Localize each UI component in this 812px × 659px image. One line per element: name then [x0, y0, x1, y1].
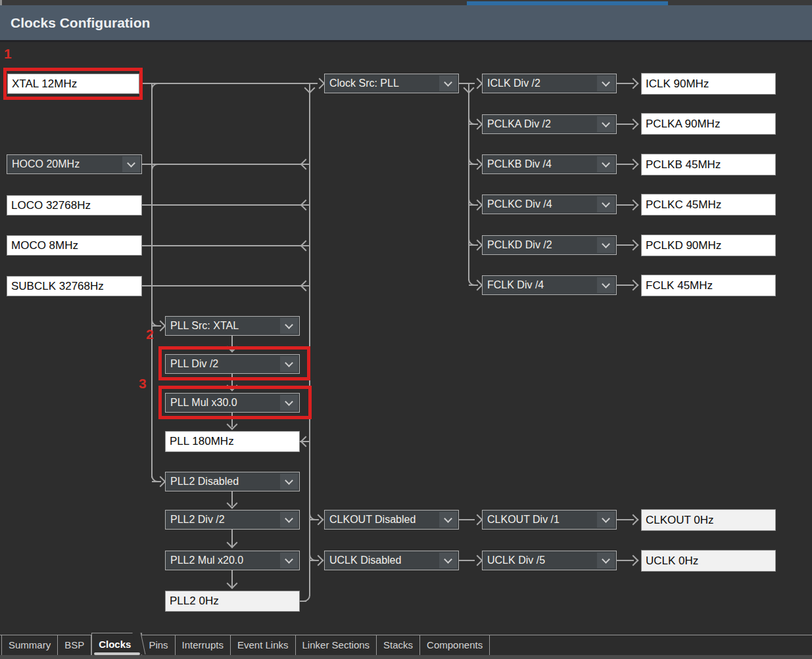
pclkd-output-field: PCLKD 90MHz	[641, 235, 776, 256]
pll2-enable-select[interactable]: PLL2 Disabled	[165, 472, 300, 491]
tab-clocks[interactable]: Clocks	[91, 633, 142, 655]
pclkb-div-select[interactable]: PCLKB Div /4	[482, 154, 617, 174]
pll-src-select[interactable]: PLL Src: XTAL	[165, 316, 300, 336]
chevron-down-icon	[597, 76, 615, 91]
pclkc-div-select[interactable]: PCLKC Div /4	[482, 194, 617, 214]
uclk-enable-label: UCLK Disabled	[325, 555, 401, 566]
clkout-output-field: CLKOUT 0Hz	[641, 509, 776, 531]
connector-elbow	[151, 83, 160, 92]
tab-stacks[interactable]: Stacks	[377, 635, 420, 655]
tab-components-label: Components	[427, 639, 483, 650]
merge-arrowhead-icon	[304, 83, 316, 94]
fclk-output-field: FCLK 45MHz	[641, 275, 776, 296]
tab-summary[interactable]: Summary	[1, 635, 58, 655]
pll2-div-select[interactable]: PLL2 Div /2	[165, 510, 300, 530]
chevron-down-icon	[597, 277, 615, 293]
pclkb-div-label: PCLKB Div /4	[483, 158, 552, 170]
pclka-div-label: PCLKA Div /2	[483, 118, 551, 130]
chevron-down-icon	[597, 553, 615, 568]
chevron-down-icon	[280, 474, 298, 489]
fclk-div-select[interactable]: FCLK Div /4	[482, 275, 617, 295]
clocks-configuration-editor: Clocks Configuration	[0, 0, 812, 659]
clkout-enable-label: CLKOUT Disabled	[325, 514, 416, 526]
subclk-frequency-field: SUBCLK 32768Hz	[7, 276, 142, 296]
pll2-output-field: PLL2 0Hz	[165, 591, 300, 612]
iclk-output-field: ICLK 90MHz	[641, 73, 776, 95]
arrowhead-icon	[227, 578, 238, 589]
connector-line	[141, 245, 310, 246]
clock-src-label: Clock Src: PLL	[325, 78, 399, 89]
chevron-down-icon	[439, 553, 457, 568]
pclkd-div-label: PCLKD Div /2	[483, 239, 552, 251]
tab-pins-label: Pins	[149, 639, 168, 650]
highlight-box-3	[158, 386, 312, 419]
pclkb-output-field: PCLKB 45MHz	[641, 154, 776, 175]
tab-pins[interactable]: Pins	[142, 635, 175, 655]
pll-src-label: PLL Src: XTAL	[166, 320, 239, 332]
pll2-enable-label: PLL2 Disabled	[166, 476, 239, 488]
editor-header: Clocks Configuration	[0, 5, 812, 40]
uclk-div-select[interactable]: UCLK Div /5	[482, 551, 617, 570]
tab-summary-label: Summary	[9, 639, 51, 650]
header-separator	[0, 40, 812, 42]
uclk-output-value: UCLK 0Hz	[642, 555, 698, 568]
hoco-clock-select[interactable]: HOCO 20MHz	[7, 154, 142, 174]
chevron-down-icon	[439, 512, 457, 528]
arrowhead-icon	[628, 555, 639, 566]
moco-frequency-value: MOCO 8MHz	[7, 239, 78, 252]
chevron-down-icon	[439, 76, 457, 91]
page-title: Clocks Configuration	[11, 5, 150, 40]
connector-line	[141, 164, 310, 165]
tab-event-links-label: Event Links	[237, 639, 289, 650]
fclk-div-label: FCLK Div /4	[483, 279, 544, 291]
pll-source-trunk-line	[151, 83, 153, 478]
arrowhead-icon	[227, 537, 238, 549]
arrowhead-icon	[227, 419, 238, 430]
clkout-div-label: CLKOUT Div /1	[483, 514, 560, 526]
pclkc-div-label: PCLKC Div /4	[483, 198, 552, 210]
tab-clocks-label: Clocks	[99, 639, 131, 650]
pll2-mul-label: PLL2 Mul x20.0	[166, 555, 243, 566]
annotation-step-2: 2	[146, 327, 154, 342]
clkout-div-select[interactable]: CLKOUT Div /1	[482, 510, 617, 530]
tab-components[interactable]: Components	[420, 635, 490, 655]
window-top-strip	[0, 0, 812, 5]
tab-stacks-label: Stacks	[383, 639, 413, 650]
annotation-step-3: 3	[139, 376, 147, 392]
tab-interrupts[interactable]: Interrupts	[176, 635, 231, 655]
subclk-frequency-value: SUBCLK 32768Hz	[7, 280, 104, 293]
chevron-down-icon	[597, 156, 615, 172]
arrowhead-icon	[472, 555, 483, 566]
chevron-down-icon	[280, 553, 298, 568]
uclk-enable-select[interactable]: UCLK Disabled	[324, 551, 459, 570]
clock-src-select[interactable]: Clock Src: PLL	[324, 74, 459, 93]
iclk-div-select[interactable]: ICLK Div /2	[482, 74, 617, 93]
tab-bsp[interactable]: BSP	[58, 635, 91, 655]
uclk-div-label: UCLK Div /5	[483, 555, 545, 566]
fclk-output-value: FCLK 45MHz	[642, 279, 713, 292]
iclk-div-label: ICLK Div /2	[483, 78, 540, 89]
annotation-step-1: 1	[4, 46, 12, 62]
chevron-down-icon	[597, 196, 615, 212]
arrowhead-icon	[628, 240, 639, 251]
pll2-mul-select[interactable]: PLL2 Mul x20.0	[165, 551, 300, 570]
pclkd-output-value: PCLKD 90MHz	[642, 239, 721, 252]
pclka-div-select[interactable]: PCLKA Div /2	[482, 114, 617, 134]
connector-line	[141, 83, 318, 84]
tab-event-links[interactable]: Event Links	[231, 635, 296, 655]
chevron-down-icon	[597, 512, 615, 528]
connector-line	[141, 285, 310, 286]
clkout-enable-select[interactable]: CLKOUT Disabled	[324, 510, 459, 530]
pclkc-output-field: PCLKC 45MHz	[641, 194, 776, 216]
arrowhead-icon	[472, 514, 483, 526]
connector-line	[141, 204, 310, 206]
chevron-down-icon	[597, 116, 615, 132]
pclka-output-field: PCLKA 90MHz	[641, 113, 776, 135]
pclkd-div-select[interactable]: PCLKD Div /2	[482, 235, 617, 255]
tab-linker-sections[interactable]: Linker Sections	[296, 635, 377, 655]
arrowhead-icon	[628, 514, 639, 526]
editor-tab-bar: Summary BSP Clocks Pins Interrupts Event…	[0, 635, 812, 655]
chevron-down-icon	[280, 512, 298, 528]
arrowhead-icon	[628, 78, 639, 89]
tab-bsp-label: BSP	[64, 639, 84, 650]
